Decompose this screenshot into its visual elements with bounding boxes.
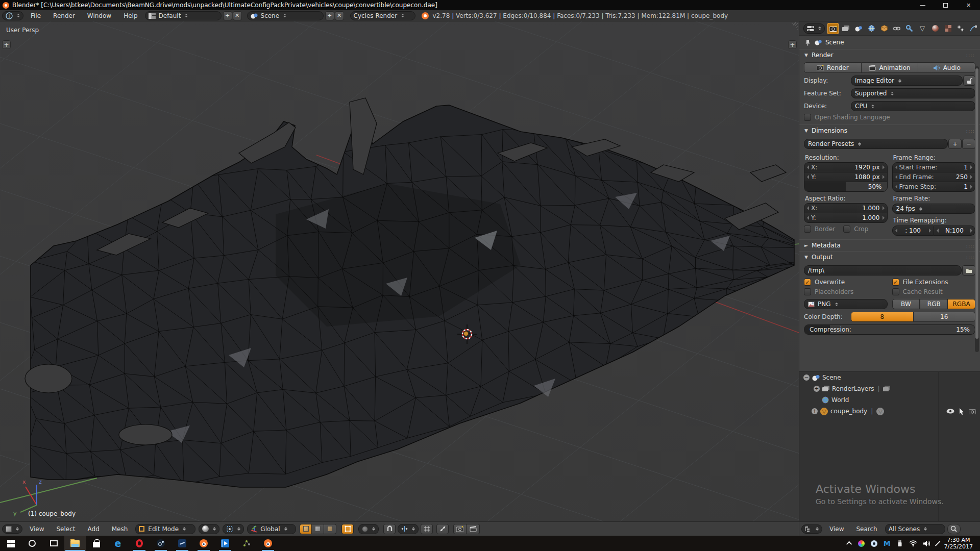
world-item-label[interactable]: World: [831, 396, 849, 404]
rgb-button[interactable]: RGB: [920, 299, 948, 309]
tab-texture[interactable]: [942, 23, 953, 34]
tray-wifi-icon[interactable]: [909, 540, 917, 546]
object-item-label[interactable]: coupe_body: [830, 408, 867, 415]
tab-physics[interactable]: [968, 23, 979, 34]
view-menu[interactable]: View: [23, 525, 50, 533]
remap-old-field[interactable]: : 100: [892, 226, 934, 236]
taskbar-file-explorer[interactable]: [64, 536, 86, 551]
select-menu[interactable]: Select: [50, 525, 81, 533]
file-format-dropdown[interactable]: PNG: [804, 299, 888, 309]
depth-16-button[interactable]: 16: [914, 312, 976, 322]
scene-item-label[interactable]: Scene: [822, 374, 841, 381]
crop-checkbox[interactable]: [843, 226, 850, 233]
tab-object-data[interactable]: ▽: [917, 23, 928, 34]
scene-selector[interactable]: Scene: [247, 11, 324, 20]
tab-material[interactable]: [929, 23, 941, 34]
maximize-button[interactable]: [934, 0, 957, 10]
tab-scene[interactable]: [853, 23, 864, 34]
taskbar-clock[interactable]: 7:30 AM 7/25/2017: [944, 537, 975, 550]
cache-result-checkbox[interactable]: [892, 288, 899, 295]
display-mode-dropdown[interactable]: Image Editor: [851, 76, 963, 86]
frame-step-field[interactable]: Frame Step:1: [892, 182, 976, 192]
render-still-button[interactable]: Render: [804, 62, 862, 73]
viewport-3d[interactable]: x z y + +: [0, 21, 799, 521]
proportional-editing-selector[interactable]: [358, 524, 379, 534]
expand-icon[interactable]: +: [814, 386, 820, 392]
taskbar-blizzard[interactable]: [172, 536, 193, 551]
collapse-icon[interactable]: −: [803, 374, 810, 381]
menu-window[interactable]: Window: [81, 12, 117, 19]
file-extensions-checkbox[interactable]: ✓: [892, 279, 899, 286]
taskbar-edge[interactable]: e: [107, 536, 129, 551]
rgba-button[interactable]: RGBA: [948, 299, 975, 309]
menu-help[interactable]: Help: [117, 12, 143, 19]
tray-volume-icon[interactable]: [923, 540, 931, 547]
browse-output-folder-button[interactable]: [962, 265, 975, 276]
face-select-button[interactable]: [324, 524, 336, 534]
panel-header-dimensions[interactable]: ▼ Dimensions ::::: [799, 124, 980, 136]
task-view-button[interactable]: [43, 536, 64, 551]
menu-file[interactable]: File: [24, 12, 47, 19]
border-checkbox[interactable]: [804, 226, 811, 233]
tab-world[interactable]: [866, 23, 877, 34]
renderability-camera-icon[interactable]: [969, 409, 976, 414]
tray-malwarebytes-icon[interactable]: M: [884, 540, 891, 547]
opengl-render-image-button[interactable]: [453, 524, 467, 534]
bw-button[interactable]: BW: [892, 299, 920, 309]
editor-type-selector-3dview[interactable]: [2, 524, 22, 534]
panel-grip[interactable]: ::::: [966, 128, 975, 134]
manipulator-toggle-button[interactable]: [436, 524, 449, 534]
outliner-search-button[interactable]: [947, 524, 961, 534]
compression-slider[interactable]: Compression: 15%: [804, 324, 975, 335]
add-preset-button[interactable]: +: [948, 139, 962, 149]
visibility-eye-icon[interactable]: [946, 409, 954, 414]
outliner-row-coupe-body[interactable]: + ▽ coupe_body | ▽: [799, 406, 980, 417]
panel-grip[interactable]: ::::: [966, 243, 975, 248]
outliner-row-world[interactable]: World: [799, 394, 980, 406]
screen-layout-selector[interactable]: Default: [145, 11, 222, 20]
resolution-y-field[interactable]: Y:1080 px: [804, 172, 888, 182]
editor-type-selector-info[interactable]: i: [2, 11, 23, 20]
pivot-point-selector[interactable]: [223, 524, 244, 534]
edge-select-button[interactable]: [312, 524, 324, 534]
overwrite-checkbox[interactable]: ✓: [804, 279, 811, 286]
snap-target-button[interactable]: [421, 524, 433, 534]
snap-toggle-button[interactable]: [383, 524, 396, 534]
tray-app-icon[interactable]: [858, 540, 865, 547]
render-audio-button[interactable]: Audio: [918, 62, 975, 73]
delete-layout-button[interactable]: ✕: [233, 11, 242, 20]
tray-usb-icon[interactable]: [897, 540, 903, 547]
mesh-menu[interactable]: Mesh: [106, 525, 134, 533]
feature-set-dropdown[interactable]: Supported: [851, 88, 975, 98]
frame-rate-dropdown[interactable]: 24 fps: [892, 204, 976, 214]
transform-orientation-selector[interactable]: Global: [247, 524, 296, 534]
tray-pen-icon[interactable]: [935, 541, 940, 546]
start-frame-field[interactable]: Start Frame:1: [892, 162, 976, 172]
tab-render[interactable]: [827, 23, 839, 34]
display-lock-button[interactable]: [963, 76, 975, 86]
add-layout-button[interactable]: +: [223, 11, 232, 20]
panel-grip[interactable]: ::::: [966, 255, 975, 260]
outliner-row-renderlayers[interactable]: + RenderLayers |: [799, 383, 980, 394]
viewport-shading-selector[interactable]: [199, 524, 219, 534]
tab-constraints[interactable]: [891, 23, 902, 34]
aspect-y-field[interactable]: Y:1.000: [804, 213, 888, 223]
tab-render-layers[interactable]: [840, 23, 851, 34]
snap-element-selector[interactable]: [398, 524, 419, 534]
render-engine-selector[interactable]: Cycles Render: [350, 11, 415, 20]
device-dropdown[interactable]: CPU: [851, 101, 975, 111]
remap-new-field[interactable]: N:100: [934, 226, 975, 236]
tab-particles[interactable]: [955, 23, 966, 34]
add-scene-button[interactable]: +: [325, 11, 334, 20]
osl-checkbox[interactable]: [804, 114, 811, 121]
add-menu[interactable]: Add: [82, 525, 106, 533]
render-animation-button[interactable]: Animation: [862, 62, 919, 73]
minimize-button[interactable]: [911, 0, 934, 10]
expand-icon[interactable]: +: [812, 408, 818, 414]
outliner-row-scene[interactable]: − Scene: [799, 372, 980, 383]
taskbar-films-tv[interactable]: [214, 536, 236, 551]
placeholders-checkbox[interactable]: [804, 288, 811, 295]
limit-selection-visible-button[interactable]: [341, 524, 354, 534]
taskbar-microsoft-store[interactable]: [86, 536, 107, 551]
tray-chevron-up-icon[interactable]: [846, 541, 852, 547]
